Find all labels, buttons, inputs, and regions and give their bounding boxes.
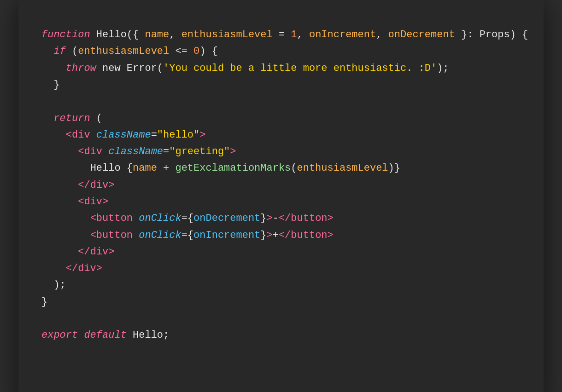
line-4: } bbox=[41, 79, 60, 91]
line-11: <div> bbox=[41, 196, 108, 208]
line-14: </div> bbox=[41, 246, 114, 258]
line-6: return ( bbox=[41, 113, 102, 124]
line-16: ); bbox=[41, 279, 66, 291]
line-7: <div className="hello"> bbox=[41, 129, 205, 141]
line-13: <button onClick={onIncrement}>+</button> bbox=[41, 230, 334, 241]
line-19: export default Hello; bbox=[41, 329, 169, 341]
line-12: <button onClick={onDecrement}>-</button> bbox=[41, 213, 334, 224]
code-content: function Hello({ name, enthusiasmLevel =… bbox=[41, 10, 521, 378]
line-17: } bbox=[41, 296, 47, 308]
line-15: </div> bbox=[41, 263, 102, 274]
line-8: <div className="greeting"> bbox=[41, 146, 236, 157]
line-1: function Hello({ name, enthusiasmLevel =… bbox=[41, 29, 528, 40]
line-3: throw new Error('You could be a little m… bbox=[41, 63, 449, 74]
line-10: </div> bbox=[41, 179, 114, 191]
code-window: function Hello({ name, enthusiasmLevel =… bbox=[18, 0, 544, 392]
line-9: Hello {name + getExclamationMarks(enthus… bbox=[41, 162, 400, 174]
line-2: if (enthusiasmLevel <= 0) { bbox=[41, 46, 218, 57]
